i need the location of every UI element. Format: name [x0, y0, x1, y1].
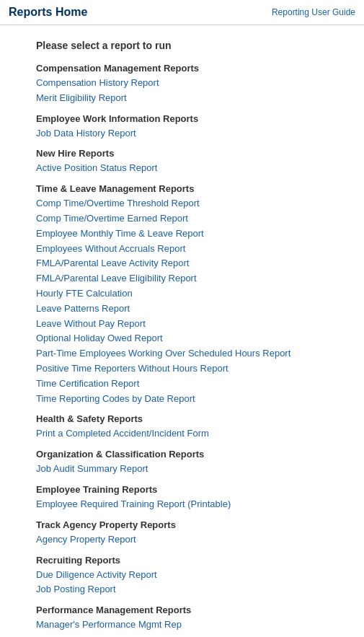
report-link[interactable]: Leave Without Pay Report — [36, 317, 342, 332]
section-title-recruiting: Recruiting Reports — [36, 555, 342, 566]
report-link[interactable]: Print a Completed Accident/Incident Form — [36, 426, 342, 441]
section-track-agency-property: Track Agency Property ReportsAgency Prop… — [36, 519, 342, 548]
report-link[interactable]: Active Position Status Report — [36, 161, 342, 176]
sections-container: Compensation Management ReportsCompensat… — [36, 63, 342, 633]
report-link[interactable]: Compensation History Report — [36, 76, 342, 91]
main-content: Please select a report to run Compensati… — [0, 25, 364, 637]
section-title-health-safety: Health & Safety Reports — [36, 413, 342, 424]
report-link[interactable]: FMLA/Parental Leave Activity Report — [36, 256, 342, 271]
report-link[interactable]: Job Data History Report — [36, 126, 342, 141]
report-link[interactable]: Optional Holiday Owed Report — [36, 331, 342, 346]
report-link[interactable]: Hourly FTE Calculation — [36, 286, 342, 302]
section-title-time-leave-management: Time & Leave Management Reports — [36, 183, 342, 194]
report-link[interactable]: Job Audit Summary Report — [36, 462, 342, 477]
section-title-performance-management: Performance Management Reports — [36, 605, 342, 615]
section-performance-management: Performance Management ReportsManager's … — [36, 605, 342, 633]
report-link[interactable]: Merit Eligibility Report — [36, 91, 342, 106]
section-title-organization-classification: Organization & Classification Reports — [36, 449, 342, 460]
report-link[interactable]: Job Posting Report — [36, 582, 342, 597]
section-compensation-management: Compensation Management ReportsCompensat… — [36, 63, 342, 106]
reporting-user-guide-link[interactable]: Reporting User Guide — [272, 7, 355, 17]
report-link[interactable]: Time Certification Report — [36, 377, 342, 392]
section-employee-training: Employee Training ReportsEmployee Requir… — [36, 484, 342, 512]
report-link[interactable]: Positive Time Reporters Without Hours Re… — [36, 361, 342, 377]
report-link[interactable]: Leave Patterns Report — [36, 302, 342, 317]
report-link[interactable]: Comp Time/Overtime Earned Report — [36, 211, 342, 227]
section-health-safety: Health & Safety ReportsPrint a Completed… — [36, 413, 342, 441]
page-heading: Please select a report to run — [36, 40, 342, 51]
section-title-compensation-management: Compensation Management Reports — [36, 63, 342, 74]
report-link[interactable]: Employees Without Accruals Report — [36, 242, 342, 257]
section-time-leave-management: Time & Leave Management ReportsComp Time… — [36, 183, 342, 406]
section-new-hire: New Hire ReportsActive Position Status R… — [36, 148, 342, 176]
report-link[interactable]: Time Reporting Codes by Date Report — [36, 392, 342, 407]
report-link[interactable]: Agency Property Report — [36, 532, 342, 548]
report-link[interactable]: Due Diligence Activity Report — [36, 568, 342, 583]
report-link[interactable]: Employee Required Training Report (Print… — [36, 497, 342, 512]
report-link[interactable]: Employee Monthly Time & Leave Report — [36, 227, 342, 242]
section-title-employee-training: Employee Training Reports — [36, 484, 342, 495]
section-employee-work-information: Employee Work Information ReportsJob Dat… — [36, 113, 342, 141]
report-link[interactable]: Part-Time Employees Working Over Schedul… — [36, 346, 342, 361]
section-title-new-hire: New Hire Reports — [36, 148, 342, 159]
report-link[interactable]: Manager's Performance Mgmt Rep — [36, 618, 342, 633]
section-recruiting: Recruiting ReportsDue Diligence Activity… — [36, 555, 342, 598]
section-title-employee-work-information: Employee Work Information Reports — [36, 113, 342, 124]
section-organization-classification: Organization & Classification ReportsJob… — [36, 449, 342, 477]
section-title-track-agency-property: Track Agency Property Reports — [36, 519, 342, 530]
page-header: Reports Home Reporting User Guide — [0, 0, 364, 25]
report-link[interactable]: FMLA/Parental Leave Eligibility Report — [36, 271, 342, 286]
page-title: Reports Home — [9, 6, 87, 19]
report-link[interactable]: Comp Time/Overtime Threshold Report — [36, 196, 342, 211]
